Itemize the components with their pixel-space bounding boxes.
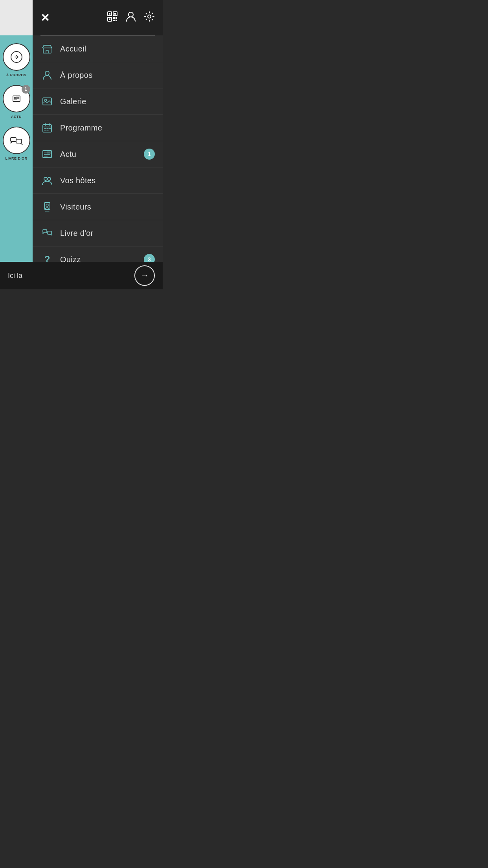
quizz-icon: ? [40,253,54,262]
sidebar-top [0,0,33,35]
svg-point-19 [148,15,151,18]
sidebar-item-actu[interactable]: 1 actu [3,85,30,119]
sidebar: À PROPOS 1 actu [0,0,33,262]
menu-header: ✕ [33,0,163,35]
svg-rect-5 [16,96,20,99]
svg-point-43 [46,204,48,206]
close-button[interactable]: ✕ [40,11,50,24]
sidebar-label-livre-dor: LIVRE D'OR [5,156,27,160]
svg-rect-21 [46,50,48,53]
qr-code-icon[interactable] [107,11,118,24]
menu-label-livre-dor: Livre d'or [60,229,155,238]
svg-rect-45 [43,230,47,233]
arrow-circle-icon [10,50,23,64]
menu-label-quizz: Quizz [60,255,144,262]
menu-item-accueil[interactable]: Accueil [33,36,163,62]
next-button[interactable]: → [134,265,155,286]
sidebar-circle-actu: 1 [3,85,30,112]
menu-list: Accueil À propos [33,36,163,262]
svg-rect-46 [48,231,51,234]
menu-item-quizz[interactable]: ? Quizz 3 [33,246,163,262]
visitor-icon [40,200,54,213]
svg-rect-15 [116,17,117,19]
arrow-right-icon: → [140,270,149,281]
sidebar-circle-livre-dor [3,127,30,154]
menu-label-accueil: Accueil [60,44,155,53]
menu-badge-quizz: 3 [144,254,155,262]
hosts-icon [40,174,54,187]
svg-point-41 [48,177,51,180]
menu-badge-actu: 1 [144,149,155,160]
menu-item-visiteurs[interactable]: Visiteurs [33,194,163,220]
menu-panel: ✕ [33,0,163,262]
news-circle-icon [10,92,23,105]
menu-item-programme[interactable]: Programme [33,115,163,141]
svg-rect-11 [109,13,110,15]
menu-label-visiteurs: Visiteurs [60,202,155,211]
menu-label-a-propos: À propos [60,71,155,80]
settings-icon[interactable] [144,11,155,24]
menu-label-galerie: Galerie [60,97,155,106]
menu-label-programme: Programme [60,123,155,132]
svg-point-18 [128,12,133,17]
menu-label-actu: Actu [60,150,144,159]
calendar-icon [40,121,54,134]
svg-rect-16 [113,20,115,21]
svg-point-25 [45,99,47,101]
user-icon[interactable] [126,11,136,24]
person-icon [40,68,54,82]
bottom-bar: Ici la → [0,262,163,289]
news-icon [40,147,54,161]
sidebar-item-livre-dor[interactable]: LIVRE D'OR [3,127,30,160]
store-icon [40,42,54,55]
menu-item-galerie[interactable]: Galerie [33,88,163,115]
menu-item-actu[interactable]: Actu 1 [33,141,163,167]
svg-rect-14 [113,17,115,19]
sidebar-circle-a-propos [3,43,30,71]
svg-point-23 [45,71,49,75]
gallery-icon [40,95,54,108]
menu-item-a-propos[interactable]: À propos [33,62,163,88]
sidebar-label-a-propos: À PROPOS [6,73,27,77]
menu-item-livre-dor[interactable]: Livre d'or [33,220,163,246]
svg-rect-12 [114,13,116,15]
sidebar-label-actu: actu [11,115,22,119]
menu-item-vos-hotes[interactable]: Vos hôtes [33,167,163,194]
svg-rect-17 [116,20,117,21]
header-icons [107,11,155,24]
sidebar-teal-section: À PROPOS 1 actu [0,35,33,262]
menu-label-vos-hotes: Vos hôtes [60,176,155,185]
bottom-text: Ici la [8,272,22,280]
svg-rect-7 [16,139,22,143]
svg-rect-6 [11,138,16,142]
book-icon [40,226,54,240]
chat-circle-icon [9,134,24,147]
svg-rect-13 [109,18,110,20]
sidebar-item-a-propos[interactable]: À PROPOS [3,43,30,77]
svg-point-40 [44,177,47,180]
sidebar-badge-actu: 1 [22,85,30,94]
svg-rect-39 [47,151,51,154]
